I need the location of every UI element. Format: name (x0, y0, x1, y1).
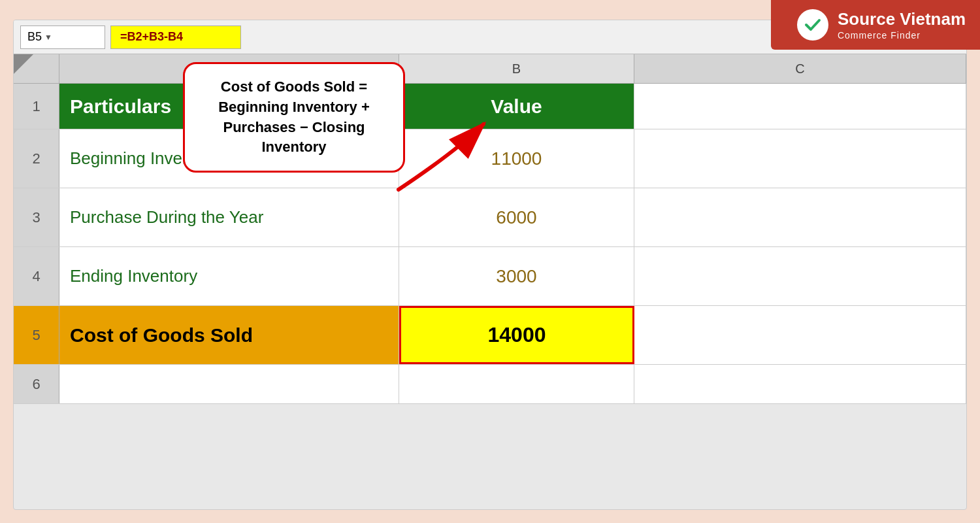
cell-c1[interactable] (634, 84, 966, 129)
column-headers: B C (14, 54, 966, 84)
col-header-c[interactable]: C (634, 54, 966, 83)
cell-c5[interactable] (634, 306, 966, 364)
logo-main-text: Source Vietnam (838, 9, 966, 29)
table-row: 5 Cost of Goods Sold 14000 (14, 306, 966, 365)
cell-a4[interactable]: Ending Inventory (59, 247, 399, 305)
row-number-5: 5 (14, 306, 59, 364)
formula-callout: Cost of Goods Sold = Beginning Inventory… (183, 62, 405, 173)
callout-arrow (379, 111, 510, 199)
cell-b4[interactable]: 3000 (399, 247, 634, 305)
row-number-6: 6 (14, 365, 59, 403)
cell-reference-box[interactable]: B5 ▼ (20, 25, 105, 49)
callout-box: Cost of Goods Sold = Beginning Inventory… (183, 62, 405, 173)
cell-b5[interactable]: 14000 (399, 306, 634, 364)
logo-icon (797, 9, 828, 41)
spreadsheet: B5 ▼ =B2+B3-B4 B C 1 Particulars Value 2 (13, 20, 967, 510)
formula-display: =B2+B3-B4 (110, 25, 241, 49)
row-number-4: 4 (14, 247, 59, 305)
logo-text: Source Vietnam Commerce Finder (838, 9, 966, 40)
row-number-2: 2 (14, 129, 59, 188)
col-header-b[interactable]: B (399, 54, 634, 83)
cell-c3[interactable] (634, 188, 966, 246)
callout-text: Cost of Goods Sold = Beginning Inventory… (218, 78, 370, 155)
cell-c6[interactable] (634, 365, 966, 403)
cell-c2[interactable] (634, 129, 966, 188)
row-number-3: 3 (14, 188, 59, 246)
cell-a3[interactable]: Purchase During the Year (59, 188, 399, 246)
row-number-1: 1 (14, 84, 59, 129)
table-row: 4 Ending Inventory 3000 (14, 247, 966, 306)
row-num-corner (14, 54, 59, 83)
cell-c4[interactable] (634, 247, 966, 305)
logo-sub-text: Commerce Finder (838, 30, 966, 41)
cell-a5[interactable]: Cost of Goods Sold (59, 306, 399, 364)
table-row: 6 (14, 365, 966, 404)
logo-badge: Source Vietnam Commerce Finder (771, 0, 980, 50)
cell-b6[interactable] (399, 365, 634, 403)
svg-marker-1 (14, 54, 33, 74)
cell-a6[interactable] (59, 365, 399, 403)
cell-ref-label: B5 (27, 30, 42, 44)
cell-ref-dropdown-icon[interactable]: ▼ (44, 33, 52, 42)
